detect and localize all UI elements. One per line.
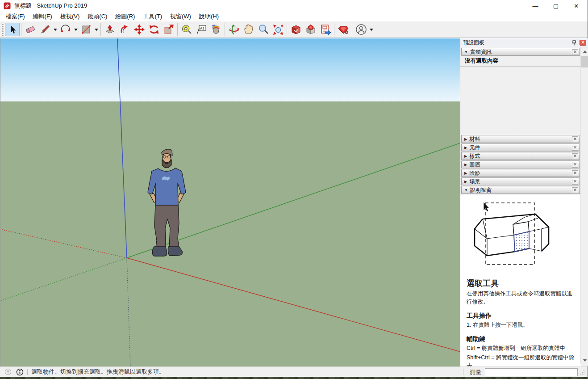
entity-info-message: 沒有選取內容	[465, 57, 498, 65]
move-tool-button[interactable]	[132, 23, 146, 36]
credits-info-icon[interactable]	[16, 368, 24, 376]
user-account-dropdown[interactable]	[368, 23, 374, 36]
resize-grip[interactable]	[580, 370, 585, 375]
panel-materials-close-button[interactable]: ✕	[572, 136, 578, 142]
minimize-button[interactable]: —	[525, 0, 546, 12]
rotate-icon	[148, 24, 160, 35]
instructor-operation-step: 1. 在實體上按一下滑鼠。	[467, 321, 575, 329]
tray-title: 預設面板	[463, 39, 571, 46]
3d-warehouse-button[interactable]	[288, 23, 303, 36]
tray-title-bar[interactable]: 預設面板 ✕	[460, 38, 588, 47]
arc-icon	[60, 24, 71, 35]
svg-text:A1: A1	[200, 26, 204, 30]
expand-arrow-icon: ▶	[464, 137, 467, 141]
menu-view[interactable]: 檢視(V)	[56, 12, 83, 21]
menu-camera[interactable]: 鏡頭(C)	[83, 12, 111, 21]
scrollbar-thumb[interactable]	[581, 56, 588, 67]
get-models-button[interactable]	[303, 23, 318, 36]
menu-file[interactable]: 檔案(F)	[2, 12, 29, 21]
measurements-label: 測量	[470, 368, 481, 376]
tray-scrollbar[interactable]	[580, 47, 588, 364]
status-message: 選取物件。切換到擴充選取。拖曳滑鼠以選取多項。	[31, 368, 165, 376]
instructor-operation-heading: 工具操作	[467, 312, 575, 320]
push-pull-tool-button[interactable]	[102, 23, 117, 36]
title-bar: 無標題 - SketchUp Pro 2019 — ▢ ✕	[0, 0, 588, 12]
instructor-modifier-heading: 輔助鍵	[467, 335, 575, 343]
extension-manager-button[interactable]	[336, 23, 350, 36]
rectangle-tool-dropdown[interactable]	[93, 23, 99, 36]
menu-draw[interactable]: 繪圖(R)	[111, 12, 139, 21]
user-account-icon	[355, 23, 367, 36]
instructor-close-button[interactable]: ✕	[572, 187, 578, 193]
pan-hand-icon	[243, 24, 254, 35]
arc-tool-dropdown[interactable]	[73, 23, 79, 36]
panel-styles[interactable]: ▶ 樣式 ✕	[461, 152, 580, 160]
instructor-label: 說明視窗	[470, 186, 572, 194]
sketchup-logo-icon	[4, 2, 11, 9]
tray-close-button[interactable]: ✕	[580, 40, 586, 46]
orbit-tool-button[interactable]	[226, 23, 241, 36]
arc-tool-button[interactable]	[58, 23, 73, 36]
panel-materials[interactable]: ▶ 材料 ✕	[461, 135, 580, 143]
text-tool-button[interactable]: A1	[194, 23, 209, 36]
panel-styles-close-button[interactable]: ✕	[572, 153, 578, 159]
send-to-layout-button[interactable]	[318, 23, 333, 36]
eraser-tool-button[interactable]	[23, 23, 38, 36]
panel-layers[interactable]: ▶ 圖層 ✕	[461, 160, 580, 168]
panel-components[interactable]: ▶ 元件 ✕	[461, 143, 580, 152]
select-arrow-icon	[8, 25, 17, 34]
follow-me-tool-button[interactable]	[117, 23, 132, 36]
toolbar: A1	[0, 21, 588, 38]
line-tool-button[interactable]	[38, 23, 52, 36]
tape-measure-icon	[181, 24, 192, 35]
line-tool-dropdown[interactable]	[52, 23, 58, 36]
menu-bar: 檔案(F) 編輯(E) 檢視(V) 鏡頭(C) 繪圖(R) 工具(T) 視窗(W…	[0, 12, 588, 21]
measurements-input[interactable]	[485, 368, 578, 376]
geolocation-icon[interactable]	[4, 368, 12, 375]
scale-tool-button[interactable]	[161, 23, 176, 36]
model-viewport[interactable]	[0, 38, 460, 366]
rectangle-tool-button[interactable]	[79, 23, 93, 36]
zoom-extents-icon	[272, 24, 284, 35]
default-tray: 預設面板 ✕ ▼ 實體資訊 ✕ 沒有選取內容 ▶ 材料 ✕ ▶ 元件 ✕ ▶ 樣…	[460, 38, 588, 366]
menu-tools[interactable]: 工具(T)	[139, 12, 166, 21]
close-button[interactable]: ✕	[566, 0, 587, 12]
window-title: 無標題 - SketchUp Pro 2019	[14, 2, 87, 10]
scroll-up-button[interactable]	[581, 48, 588, 55]
menu-edit[interactable]: 編輯(E)	[29, 12, 56, 21]
tape-measure-tool-button[interactable]	[179, 23, 194, 36]
maximize-button[interactable]: ▢	[546, 0, 566, 12]
instructor-header[interactable]: ▼ 說明視窗 ✕	[461, 186, 580, 194]
instructor-modifier-line1: Ctrl = 將實體新增到一組所選取的實體中	[467, 344, 575, 352]
pin-icon[interactable]	[571, 39, 578, 46]
scroll-down-button[interactable]	[581, 357, 588, 364]
divider	[460, 66, 581, 67]
panel-scenes-close-button[interactable]: ✕	[572, 179, 578, 185]
follow-me-icon	[119, 24, 130, 35]
menu-window[interactable]: 視窗(W)	[166, 12, 195, 21]
sketchup-window: 無標題 - SketchUp Pro 2019 — ▢ ✕ 檔案(F) 編輯(E…	[0, 0, 588, 379]
select-tool-button[interactable]	[5, 23, 20, 36]
panel-scenes[interactable]: ▶ 場景 ✕	[461, 177, 580, 185]
menu-help[interactable]: 說明(H)	[195, 12, 223, 21]
entity-info-close-button[interactable]: ✕	[572, 49, 578, 55]
user-account-button[interactable]	[354, 23, 368, 36]
rotate-tool-button[interactable]	[146, 23, 161, 36]
push-pull-icon	[104, 24, 116, 35]
zoom-extents-tool-button[interactable]	[271, 23, 285, 36]
panel-layers-close-button[interactable]: ✕	[572, 162, 578, 168]
desktop-background-sliver	[0, 377, 588, 379]
pan-tool-button[interactable]	[241, 23, 256, 36]
entity-info-header[interactable]: ▼ 實體資訊 ✕	[461, 48, 580, 56]
instructor-panel: 選取工具 在使用其他操作工具或命令時選取實體以進行修改。 工具操作 1. 在實體…	[460, 195, 581, 366]
panel-components-close-button[interactable]: ✕	[572, 145, 578, 151]
divider	[27, 369, 28, 375]
panel-shadows[interactable]: ▶ 陰影 ✕	[461, 169, 580, 177]
toolbar-drag-handle[interactable]	[1, 23, 4, 36]
paint-bucket-tool-button[interactable]	[209, 23, 223, 36]
panel-shadows-close-button[interactable]: ✕	[572, 170, 578, 176]
instructor-house-illustration	[470, 199, 568, 270]
expand-arrow-icon: ▶	[464, 163, 467, 167]
zoom-tool-button[interactable]	[256, 23, 271, 36]
entity-info-label: 實體資訊	[470, 48, 572, 56]
